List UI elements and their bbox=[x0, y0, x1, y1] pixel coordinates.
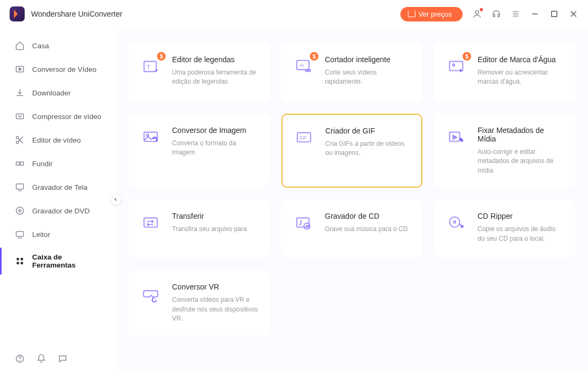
svg-point-20 bbox=[19, 210, 21, 212]
tool-title: Transferir bbox=[172, 212, 247, 220]
download-icon bbox=[15, 88, 25, 98]
sidebar-item-downloader[interactable]: Downloader bbox=[0, 83, 116, 103]
svg-point-49 bbox=[453, 221, 456, 223]
tool-desc: Copie os arquivos de áudio do seu CD par… bbox=[478, 225, 564, 243]
svg-point-39 bbox=[146, 134, 148, 136]
svg-rect-24 bbox=[21, 258, 24, 261]
cd-ripper-icon bbox=[445, 212, 468, 234]
gif-maker-icon: GIF bbox=[293, 127, 316, 149]
svg-rect-25 bbox=[17, 262, 19, 265]
tool-title: Editor de Marca d'Água bbox=[478, 55, 564, 64]
svg-rect-5 bbox=[552, 11, 557, 17]
sidebar-item-label: Casa bbox=[32, 42, 49, 50]
notifications-bell-icon[interactable] bbox=[36, 354, 46, 363]
svg-text:AI: AI bbox=[299, 63, 303, 68]
sidebar-item-label: Editor de vídeo bbox=[32, 136, 81, 144]
svg-rect-21 bbox=[16, 232, 24, 236]
sidebar-item-toolbox[interactable]: Caixa de Ferramentas bbox=[0, 248, 116, 274]
image-converter-icon bbox=[140, 126, 162, 149]
sidebar-item-home[interactable]: Casa bbox=[0, 35, 116, 56]
tool-card-cd-burner[interactable]: Gravador de CD Grave sua música para o C… bbox=[281, 199, 422, 258]
sidebar-item-video-editor[interactable]: Editor de vídeo bbox=[0, 130, 116, 150]
transfer-icon bbox=[140, 212, 162, 234]
hamburger-menu-icon[interactable] bbox=[511, 9, 520, 19]
sidebar: Casa Conversor de Vídeo Downloader Compr… bbox=[0, 28, 116, 371]
merge-icon bbox=[15, 159, 25, 168]
tool-title: Editor de legendas bbox=[172, 55, 258, 64]
sidebar-item-label: Conversor de Vídeo bbox=[32, 65, 96, 73]
tool-desc: Auto-corrigir e editar metadados de arqu… bbox=[478, 147, 564, 175]
user-account-icon[interactable] bbox=[472, 9, 482, 19]
compressor-icon bbox=[15, 112, 25, 121]
view-prices-button[interactable]: Ver preços bbox=[400, 7, 463, 21]
svg-point-37 bbox=[452, 64, 455, 66]
svg-point-48 bbox=[450, 217, 460, 227]
view-prices-label: Ver preços bbox=[419, 10, 452, 18]
svg-rect-15 bbox=[16, 162, 19, 165]
paid-badge-icon: $ bbox=[310, 52, 318, 61]
sidebar-item-label: Caixa de Ferramentas bbox=[32, 253, 106, 269]
svg-point-11 bbox=[16, 136, 19, 139]
sidebar-collapse-button[interactable] bbox=[110, 194, 121, 205]
home-icon bbox=[15, 41, 25, 50]
vr-converter-icon bbox=[140, 283, 162, 305]
tool-card-subtitle-editor[interactable]: T $ Editor de legendas Uma poderosa ferr… bbox=[129, 43, 270, 102]
tool-desc: Grave sua música para o CD bbox=[325, 225, 408, 234]
watermark-editor-icon: $ bbox=[445, 55, 468, 78]
svg-point-12 bbox=[16, 141, 19, 144]
video-converter-icon bbox=[15, 64, 25, 74]
tool-card-transfer[interactable]: Transferir Transfira seu arquivo para bbox=[129, 199, 270, 258]
app-logo-icon bbox=[10, 6, 25, 21]
screen-recorder-icon bbox=[15, 182, 25, 192]
sidebar-item-label: Downloader bbox=[32, 89, 71, 97]
svg-point-47 bbox=[306, 225, 308, 227]
tool-card-cd-ripper[interactable]: CD Ripper Copie os arquivos de áudio do … bbox=[434, 199, 575, 258]
sidebar-item-screen-recorder[interactable]: Gravador de Tela bbox=[0, 177, 116, 197]
smart-trimmer-icon: AI $ bbox=[293, 55, 315, 78]
tool-title: Gravador de CD bbox=[325, 212, 408, 220]
tool-title: Cortador inteligente bbox=[325, 55, 411, 64]
window-close-button[interactable] bbox=[569, 9, 578, 19]
svg-rect-10 bbox=[16, 114, 24, 119]
support-headset-icon[interactable] bbox=[492, 9, 501, 19]
tool-card-fix-metadata[interactable]: Fixar Metadados de Mídia Auto-corrigir e… bbox=[434, 114, 575, 188]
cart-icon bbox=[408, 11, 415, 17]
svg-text:T: T bbox=[146, 64, 150, 70]
sidebar-item-label: Compressor de vídeo bbox=[32, 113, 101, 121]
tool-card-watermark-editor[interactable]: $ Editor de Marca d'Água Remover ou acre… bbox=[434, 43, 575, 102]
tool-desc: Transfira seu arquivo para bbox=[172, 225, 247, 234]
tool-card-image-converter[interactable]: Conversor de Imagem Converta o formato d… bbox=[129, 114, 270, 188]
tool-card-vr-converter[interactable]: Conversor VR Converta vídeos para VR e d… bbox=[129, 270, 270, 336]
svg-rect-44 bbox=[144, 218, 158, 227]
sidebar-item-merge[interactable]: Fundir bbox=[0, 153, 116, 174]
tool-desc: Converta vídeos para VR e desfrute nos s… bbox=[172, 295, 258, 323]
fix-metadata-icon bbox=[445, 126, 468, 149]
svg-marker-9 bbox=[19, 68, 22, 71]
sidebar-item-video-converter[interactable]: Conversor de Vídeo bbox=[0, 59, 116, 79]
sidebar-item-dvd-burner[interactable]: Gravador de DVD bbox=[0, 201, 116, 221]
tool-desc: Corte seus vídeos rapidamente. bbox=[325, 68, 411, 87]
toolbox-icon bbox=[15, 256, 25, 266]
svg-rect-16 bbox=[20, 162, 24, 165]
app-title: Wondershare UniConverter bbox=[31, 10, 122, 18]
paid-badge-icon: $ bbox=[463, 52, 471, 61]
tool-card-gif-maker[interactable]: GIF Criador de GIF Cria GIFs a partir de… bbox=[281, 114, 422, 188]
svg-rect-23 bbox=[17, 258, 19, 261]
dvd-icon bbox=[15, 206, 25, 216]
sidebar-item-compressor[interactable]: Compressor de vídeo bbox=[0, 106, 116, 127]
tool-title: Fixar Metadados de Mídia bbox=[478, 126, 564, 143]
help-icon[interactable] bbox=[15, 354, 25, 363]
svg-rect-38 bbox=[144, 132, 158, 142]
tool-card-smart-trimmer[interactable]: AI $ Cortador inteligente Corte seus víd… bbox=[281, 43, 422, 102]
tool-title: Criador de GIF bbox=[325, 127, 411, 135]
window-maximize-button[interactable] bbox=[549, 9, 559, 19]
svg-point-19 bbox=[16, 207, 24, 214]
sidebar-item-label: Gravador de DVD bbox=[32, 207, 90, 215]
svg-point-0 bbox=[475, 11, 479, 14]
tool-desc: Remover ou acrescentar marcas d'água. bbox=[478, 68, 564, 87]
toolbox-content: T $ Editor de legendas Uma poderosa ferr… bbox=[116, 28, 588, 371]
window-minimize-button[interactable] bbox=[530, 9, 540, 19]
svg-point-28 bbox=[20, 360, 20, 361]
sidebar-item-player[interactable]: Leitor bbox=[0, 224, 116, 244]
feedback-chat-icon[interactable] bbox=[58, 354, 68, 363]
